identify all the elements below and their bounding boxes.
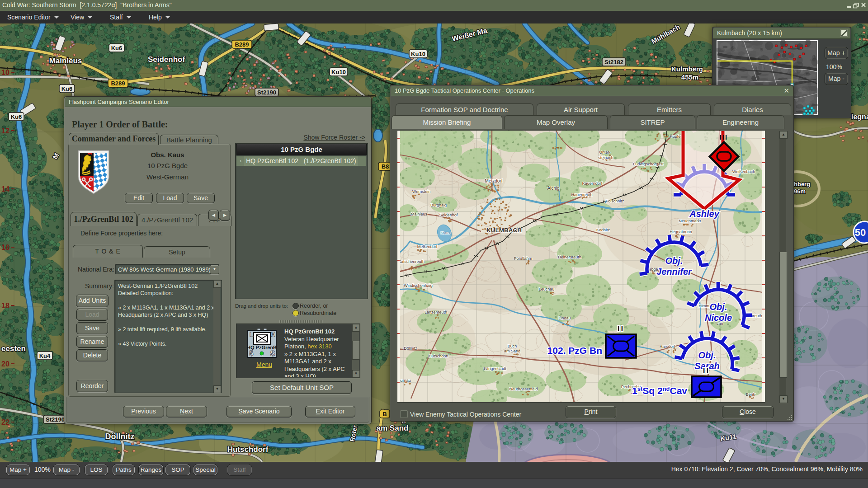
svg-text:Hegnabrunn: Hegnabrunn [670, 230, 692, 234]
svg-text:Nicole: Nicole [705, 313, 732, 323]
svg-text:Kraus: Kraus [441, 231, 450, 235]
svg-text:Obj.: Obj. [710, 302, 727, 312]
svg-text:Melkendorf: Melkendorf [417, 244, 438, 249]
svg-text:Burghaig: Burghaig [430, 203, 447, 207]
svg-text:L: L [250, 331, 254, 338]
svg-text:Längenstadt: Längenstadt [484, 366, 506, 371]
svg-text:Hutschdorf: Hutschdorf [429, 354, 448, 358]
svg-text:Heinersreuth: Heinersreuth [558, 255, 581, 259]
svg-text:Unter-: Unter- [599, 150, 610, 155]
svg-text:Aichig: Aichig [547, 186, 559, 191]
svg-text:Buch: Buch [508, 344, 517, 348]
svg-text:Ludwigschorgast: Ludwigschorgast [633, 162, 664, 166]
svg-text:Leuchau: Leuchau [539, 287, 555, 291]
svg-text:S: S [270, 350, 275, 357]
svg-text:Kodnitz: Kodnitz [596, 228, 610, 232]
svg-text:am Sand: am Sand [504, 349, 520, 353]
svg-text:Ashley: Ashley [689, 209, 719, 219]
svg-text:Obj.: Obj. [665, 256, 683, 266]
svg-text:Jennifer: Jennifer [656, 267, 692, 277]
svg-text:Weißenbach: Weißenbach [732, 169, 755, 174]
svg-text:Neuenmarkt: Neuenmarkt [679, 219, 701, 223]
svg-text:steinach: steinach [598, 155, 613, 160]
svg-text:Kupfer: Kupfer [670, 134, 682, 139]
svg-text:Neudrossenfeld: Neudrossenfeld [509, 387, 538, 391]
svg-text:Hauenreuth: Hauenreuth [571, 192, 592, 197]
svg-text:Seidenhof: Seidenhof [439, 213, 458, 217]
svg-text:Harsdorf: Harsdorf [660, 344, 675, 349]
svg-text:Döllnitz: Döllnitz [404, 346, 417, 351]
svg-text:102. PzG Bn: 102. PzG Bn [547, 345, 602, 356]
svg-text:Mainleus: Mainleus [411, 212, 428, 216]
svg-text:III: III [720, 133, 728, 141]
svg-text:Wernstein: Wernstein [412, 189, 430, 194]
svg-text:Obj.: Obj. [698, 350, 716, 360]
svg-text:Kauerndorf: Kauerndorf [582, 181, 603, 186]
svg-text:II: II [618, 324, 624, 333]
svg-text:II: II [703, 366, 710, 375]
svg-text:Lanzenreuth: Lanzenreuth [425, 310, 447, 314]
svg-text:5: 5 [250, 350, 254, 357]
svg-text:Katschenreuth: Katschenreuth [398, 259, 425, 264]
svg-text:Metzdorf: Metzdorf [485, 178, 503, 183]
svg-text:Forstlahm: Forstlahm [514, 256, 532, 261]
svg-text:Benk: Benk [746, 392, 755, 397]
svg-text:KULMBACH: KULMBACH [486, 227, 522, 234]
svg-text:H: H [271, 331, 275, 338]
svg-text:Folschnitz: Folschnitz [606, 199, 624, 203]
svg-text:Lindau: Lindau [558, 316, 571, 320]
svg-text:Windischenhaig: Windischenhaig [404, 283, 433, 288]
